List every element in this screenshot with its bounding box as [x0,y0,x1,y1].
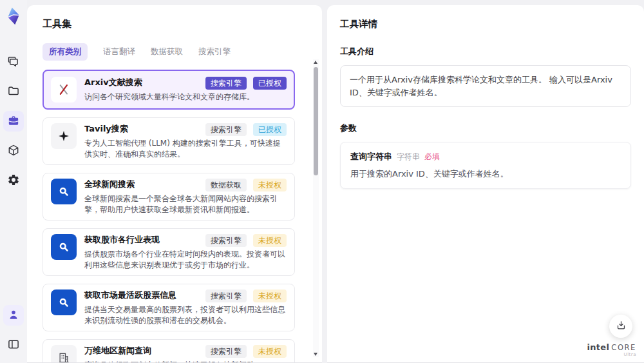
status-badge: 未授权 [253,234,287,247]
parameter-name: 查询字符串 [350,151,392,162]
tool-card-arxiv[interactable]: Arxiv文献搜索 搜索引擎 已授权 访问各个研究领域大量科学论文和文章的存储库… [43,70,295,110]
status-badge: 已授权 [253,77,287,90]
ultra-brand-text: Ultra [587,353,636,357]
cube-icon [7,144,20,159]
tool-intro-text: 一个用于从Arxiv存储库搜索科学论文和文章的工具。 输入可以是Arxiv ID… [340,65,631,107]
briefcase-icon [7,114,20,129]
intel-core-logo: intel CORE Ultra [587,343,636,358]
tool-name: Tavily搜索 [84,123,128,134]
tool-card-list: Arxiv文献搜索 搜索引擎 已授权 访问各个研究领域大量科学论文和文章的存储库… [43,70,307,363]
category-badge: 数据获取 [205,179,247,191]
app-logo [4,6,23,26]
news-search-icon [51,289,77,315]
download-icon [616,320,627,333]
page-title: 工具集 [43,18,307,30]
sidebar-item-models[interactable] [3,141,24,161]
tool-card-active-stocks[interactable]: 获取市场最活跃股票信息 搜索引擎 未授权 提供当天交易量最高的股票列表，投资者可… [43,284,295,331]
download-button[interactable] [609,315,632,338]
status-badge: 已授权 [253,123,287,136]
chat-icon [7,55,20,70]
tool-description: 专为人工智能代理 (LLM) 构建的搜索引擎工具，可快速提供实时、准确和真实的结… [84,138,287,159]
parameter-type: 字符串 [397,152,420,162]
news-search-icon [51,179,77,204]
gear-icon [7,173,20,188]
list-scrollbar[interactable] [313,59,319,357]
left-icon-rail [0,0,27,363]
status-badge: 未授权 [253,179,287,191]
tool-name: 全球新闻搜索 [84,179,135,190]
sidebar-item-toolbox[interactable] [3,111,24,132]
status-badge: 未授权 [253,289,287,302]
tool-card-global-news[interactable]: 全球新闻搜索 数据获取 未授权 全球新闻搜索是一个聚合全球各大新闻网站内容的搜索… [43,173,295,221]
category-badge: 搜索引擎 [205,289,247,302]
tool-description: 访问各个研究领域大量科学论文和文章的存储库。 [84,92,287,103]
tab-translation[interactable]: 语言翻译 [103,46,135,57]
core-brand-text: CORE [611,344,636,352]
scroll-down-arrow-icon[interactable] [314,353,317,356]
tool-description: 查询具体行政区划内的新闻，快速了解各地新闻动 [84,360,287,363]
tab-all-categories[interactable]: 所有类别 [43,43,88,61]
news-search-icon [51,234,77,260]
sidebar-item-settings[interactable] [3,170,24,191]
parameter-card: 查询字符串 字符串 必填 用于搜索的Arxiv ID、关键字或作者姓名。 [340,142,631,189]
user-icon [7,308,20,323]
tab-search-engine[interactable]: 搜索引擎 [198,46,231,57]
tool-name: 获取股市各行业表现 [84,234,160,245]
tool-list-panel: 工具集 所有类别 语言翻译 数据获取 搜索引擎 [27,5,322,363]
parameter-required-badge: 必填 [424,152,440,162]
category-tabs: 所有类别 语言翻译 数据获取 搜索引擎 [43,43,307,61]
tool-name: 万维地区新闻查询 [84,345,151,356]
detail-title: 工具详情 [340,18,631,30]
tool-description: 提供股票市场各个行业在特定时间段内的表现。投资者可以利用这些信息来识别表现优于或… [84,249,287,270]
status-badge: 未授权 [253,345,287,358]
params-heading: 参数 [340,123,631,134]
tab-data-fetch[interactable]: 数据获取 [151,46,183,57]
parameter-description: 用于搜索的Arxiv ID、关键字或作者姓名。 [350,168,621,180]
category-badge: 搜索引擎 [205,123,247,136]
scrollbar-thumb[interactable] [314,67,318,175]
sparkle-icon [51,123,77,149]
intro-heading: 工具介绍 [340,46,631,57]
tool-card-regional-news[interactable]: 万维地区新闻查询 搜索引擎 未授权 查询具体行政区划内的新闻，快速了解各地新闻动 [43,339,295,363]
scroll-up-arrow-icon[interactable] [314,61,317,64]
tool-description: 全球新闻搜索是一个聚合全球各大新闻网站内容的搜索引擎，帮助用户快速获取全球最新资… [84,193,287,215]
tool-description: 提供当天交易量最高的股票列表，投资者可以利用这些信息来识别流动性强的股票和潜在的… [84,304,287,326]
sidebar-item-panel-toggle[interactable] [3,335,24,355]
tool-card-tavily[interactable]: Tavily搜索 搜索引擎 已授权 专为人工智能代理 (LLM) 构建的搜索引擎… [43,117,295,165]
tool-detail-panel: 工具详情 工具介绍 一个用于从Arxiv存储库搜索科学论文和文章的工具。 输入可… [327,5,644,363]
panel-icon [7,338,20,353]
sidebar-item-account[interactable] [3,305,24,326]
intel-brand-text: intel [587,343,610,351]
category-badge: 搜索引擎 [205,345,247,358]
arxiv-logo-icon [51,77,77,103]
category-badge: 搜索引擎 [205,234,247,247]
sidebar-item-chat[interactable] [3,52,24,72]
tool-card-sector-performance[interactable]: 获取股市各行业表现 搜索引擎 未授权 提供股票市场各个行业在特定时间段内的表现。… [43,228,295,276]
tool-name: 获取市场最活跃股票信息 [84,289,176,300]
folder-icon [7,84,20,99]
category-badge: 搜索引擎 [205,77,247,90]
building-icon [51,345,77,363]
app-window: 工具集 所有类别 语言翻译 数据获取 搜索引擎 [0,0,644,363]
sidebar-item-files[interactable] [3,81,24,102]
tool-name: Arxiv文献搜索 [84,77,142,88]
